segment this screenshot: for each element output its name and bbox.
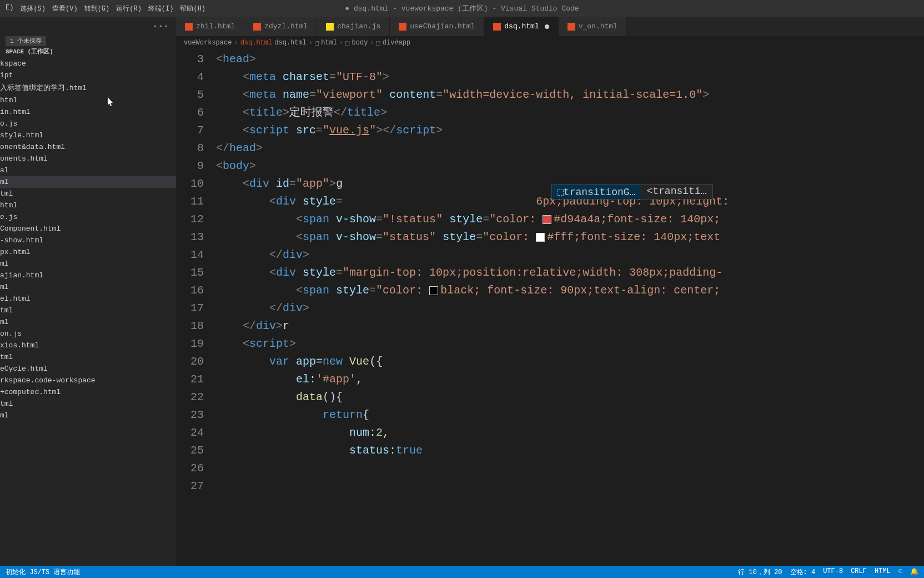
menu-view[interactable]: 查看(V) — [52, 4, 78, 13]
file-item[interactable]: ml — [0, 176, 176, 188]
status-eol[interactable]: CRLF — [851, 567, 867, 577]
more-icon[interactable]: ••• — [153, 23, 169, 31]
file-item[interactable]: html — [0, 94, 176, 106]
menu-goto[interactable]: 转到(G) — [84, 4, 110, 13]
file-item[interactable]: xios.html — [0, 340, 176, 351]
file-icon — [185, 23, 193, 31]
statusbar: 初始化 JS/TS 语言功能 行 10，列 20 空格: 4 UTF-8 CRL… — [0, 566, 924, 578]
status-lang[interactable]: HTML — [875, 567, 891, 577]
status-indent[interactable]: 空格: 4 — [790, 567, 816, 577]
file-icon — [493, 23, 501, 31]
file-item[interactable]: in.html — [0, 106, 176, 118]
brace-icon: ⬚ — [376, 39, 380, 47]
brace-icon: ⬚ — [345, 39, 349, 47]
tab-zdyzl.html[interactable]: zdyzl.html — [244, 17, 317, 36]
file-item[interactable]: o.js — [0, 118, 176, 129]
file-item[interactable]: 入标签值绑定的学习.html — [0, 81, 176, 94]
tab-v_on.html[interactable]: v_on.html — [559, 17, 627, 36]
menu-run[interactable]: 运行(R) — [116, 4, 142, 13]
editor-tabs: zhil.htmlzdyzl.htmlchajian.jsuseChajian.… — [176, 17, 924, 36]
file-item[interactable]: eCycle.html — [0, 363, 176, 375]
tab-dsq.html[interactable]: dsq.html — [484, 17, 558, 36]
titlebar: E) 选择(S) 查看(V) 转到(G) 运行(R) 终端(I) 帮助(H) ●… — [0, 0, 924, 17]
code-area[interactable]: 3456789101112131415161718192021222324252… — [176, 49, 924, 566]
status-encoding[interactable]: UTF-8 — [823, 567, 843, 577]
file-icon — [399, 23, 406, 31]
feedback-icon[interactable]: ☺ — [898, 567, 902, 577]
file-icon — [568, 23, 575, 31]
file-item[interactable]: -show.html — [0, 235, 176, 246]
file-item[interactable]: e.js — [0, 211, 176, 223]
file-item[interactable]: +computed.html — [0, 386, 176, 398]
file-item[interactable]: tml — [0, 398, 176, 410]
file-item[interactable]: tml — [0, 351, 176, 363]
editor: zhil.htmlzdyzl.htmlchajian.jsuseChajian.… — [176, 17, 924, 566]
file-item[interactable]: ml — [0, 316, 176, 328]
crumb-html[interactable]: html — [321, 39, 337, 47]
minimap[interactable] — [891, 49, 924, 566]
brace-icon: ⬚ — [315, 39, 319, 47]
window-title: ● dsq.html - vueworkspace (工作区) - Visual… — [345, 3, 579, 13]
code-lines[interactable]: <head> <meta charset="UTF-8"> <meta name… — [216, 49, 924, 566]
file-icon — [326, 23, 334, 31]
crumb-body[interactable]: body — [352, 39, 368, 47]
file-item[interactable]: ipt — [0, 69, 176, 81]
file-item[interactable]: html — [0, 200, 176, 211]
dirty-indicator — [545, 24, 549, 29]
line-numbers: 3456789101112131415161718192021222324252… — [176, 49, 216, 566]
suggest-item-2[interactable]: <transiti… — [641, 185, 712, 199]
status-init[interactable]: 初始化 JS/TS 语言功能 — [6, 567, 80, 577]
file-item[interactable]: el.html — [0, 293, 176, 305]
menu-edit[interactable]: E) — [6, 4, 13, 13]
file-item[interactable]: Component.html — [0, 223, 176, 235]
file-icon — [253, 23, 261, 31]
file-item[interactable]: ml — [0, 410, 176, 421]
file-explorer: ipt入标签值绑定的学习.htmlhtmlin.htmlo.jsstyle.ht… — [0, 69, 176, 566]
tab-zhil.html[interactable]: zhil.html — [176, 17, 244, 36]
file-item[interactable]: tml — [0, 188, 176, 200]
notification-icon[interactable]: 🔔 — [910, 567, 918, 577]
mouse-cursor — [108, 97, 114, 107]
crumb-div[interactable]: div#app — [383, 39, 410, 47]
suggest-item-1[interactable]: ⬚transitionG… — [552, 185, 641, 199]
file-item[interactable]: ml — [0, 258, 176, 270]
sidebar: ••• 1 个未保存 SPACE (工作区) kspace ipt入标签值绑定的… — [0, 17, 176, 566]
menu-help[interactable]: 帮助(H) — [180, 4, 205, 13]
file-item[interactable]: ml — [0, 281, 176, 293]
breadcrumb[interactable]: vueWorkspace› dsq.htmldsq.html› ⬚html› ⬚… — [176, 36, 924, 49]
file-item[interactable]: on.js — [0, 328, 176, 340]
workspace-sub[interactable]: kspace — [0, 58, 176, 69]
file-item[interactable]: px.html — [0, 246, 176, 258]
file-item[interactable]: onents.html — [0, 153, 176, 165]
crumb-file[interactable]: dsq.html — [240, 39, 273, 47]
tab-useChajian.html[interactable]: useChajian.html — [390, 17, 484, 36]
menu-select[interactable]: 选择(S) — [20, 4, 46, 13]
autocomplete-popup[interactable]: ⬚transitionG… <transiti… — [551, 184, 713, 200]
file-item[interactable]: style.html — [0, 129, 176, 141]
file-item[interactable]: rkspace.code-workspace — [0, 375, 176, 386]
crumb-workspace[interactable]: vueWorkspace — [184, 39, 232, 47]
menubar: E) 选择(S) 查看(V) 转到(G) 运行(R) 终端(I) 帮助(H) — [0, 4, 211, 13]
tab-chajian.js[interactable]: chajian.js — [317, 17, 390, 36]
file-item[interactable]: onent&data.html — [0, 141, 176, 153]
file-item[interactable]: ajian.html — [0, 270, 176, 281]
crumb-file-label[interactable]: dsq.html — [274, 39, 307, 47]
file-item[interactable]: tml — [0, 305, 176, 316]
menu-terminal[interactable]: 终端(I) — [148, 4, 174, 13]
file-item[interactable]: al — [0, 165, 176, 176]
status-cursor[interactable]: 行 10，列 20 — [738, 567, 782, 577]
workspace-label[interactable]: SPACE (工作区) — [0, 45, 176, 58]
